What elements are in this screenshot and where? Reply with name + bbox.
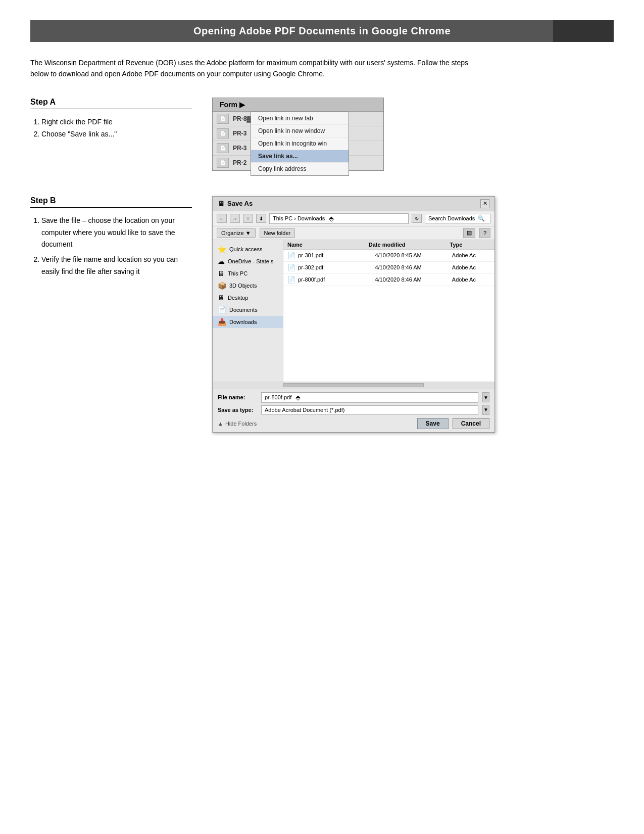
menu-item-open-incognito[interactable]: Open link in incognito win — [251, 137, 349, 150]
step-a-screenshot: Form ▶ 📄 PR-8▓▓ 📄 PR-3 � — [212, 98, 614, 171]
nav-path-icon: ⬘ — [329, 215, 334, 222]
savetype-dropdown-btn[interactable]: ▼ — [482, 405, 489, 415]
this-pc-icon: 🖥 — [218, 269, 225, 277]
nav-down-arrow-button[interactable]: ⬇ — [256, 214, 266, 223]
dialog-toolbar: Organize ▼ New folder ▤ ? — [213, 226, 494, 240]
file-name-1: pr-301.pdf — [298, 252, 375, 258]
scrollbar-area — [213, 382, 494, 389]
intro-text: The Wisconsin Department of Revenue (DOR… — [30, 57, 485, 80]
file-row-1[interactable]: 📄 pr-301.pdf 4/10/2020 8:45 AM Adobe Ac — [283, 250, 494, 262]
sidebar-onedrive[interactable]: ☁ OneDrive - State s — [213, 255, 283, 267]
action-buttons: Save Cancel — [417, 418, 489, 429]
hide-folders-arrow-icon: ▲ — [218, 421, 223, 427]
sidebar-this-pc-label: This PC — [228, 270, 247, 276]
header-title: Opening Adobe PDF Documents in Google Ch… — [193, 25, 451, 37]
sidebar-documents-label: Documents — [229, 307, 258, 313]
nav-up-button[interactable]: ↑ — [243, 214, 253, 223]
nav-refresh-button[interactable]: ↻ — [412, 214, 422, 223]
documents-icon: 📄 — [218, 306, 226, 314]
file-date-2: 4/10/2020 8:46 AM — [375, 264, 452, 270]
dialog-titlebar: 🖥 Save As ✕ — [213, 197, 494, 211]
help-button[interactable]: ? — [479, 228, 490, 238]
col-header-name: Name — [287, 242, 369, 248]
pdf-icon-3: 📄 — [217, 143, 229, 153]
step-a-heading: Step A — [30, 98, 192, 109]
3d-objects-icon: 📦 — [218, 282, 226, 290]
sidebar-onedrive-label: OneDrive - State s — [228, 258, 273, 264]
menu-item-copy-link[interactable]: Copy link address — [251, 163, 349, 175]
menu-item-open-new-window[interactable]: Open link in new window — [251, 125, 349, 137]
sidebar-desktop-label: Desktop — [228, 295, 248, 301]
sidebar-3d-objects-label: 3D Objects — [229, 283, 257, 289]
onedrive-icon: ☁ — [218, 257, 225, 265]
file-type-2: Adobe Ac — [452, 264, 490, 270]
sidebar-downloads-label: Downloads — [229, 319, 257, 325]
step-a-section: Step A Right click the PDF file Choose "… — [30, 98, 614, 171]
pdf-icon-1: 📄 — [217, 114, 229, 124]
filename-label: File name: — [218, 394, 258, 400]
save-as-dialog: 🖥 Save As ✕ ← → ↑ ⬇ This PC › Downloads … — [212, 196, 495, 433]
savetype-label: Save as type: — [218, 407, 258, 413]
step-b-heading: Step B — [30, 196, 192, 208]
sidebar-quick-access[interactable]: ⭐ Quick access — [213, 243, 283, 255]
step-b-left: Step B Save the file – choose the locati… — [30, 196, 192, 278]
dialog-title: 🖥 Save As — [218, 200, 253, 207]
nav-forward-button[interactable]: → — [230, 214, 240, 223]
new-folder-button[interactable]: New folder — [260, 228, 295, 238]
file-date-1: 4/10/2020 8:45 AM — [375, 252, 452, 258]
sidebar-this-pc[interactable]: 🖥 This PC — [213, 267, 283, 280]
sidebar-3d-objects[interactable]: 📦 3D Objects — [213, 280, 283, 292]
file-row-2[interactable]: 📄 pr-302.pdf 4/10/2020 8:46 AM Adobe Ac — [283, 262, 494, 274]
dialog-body: ⭐ Quick access ☁ OneDrive - State s 🖥 Th… — [213, 240, 494, 382]
sidebar-documents[interactable]: 📄 Documents — [213, 304, 283, 316]
filename-dropdown-btn[interactable]: ▼ — [482, 392, 489, 402]
cancel-button[interactable]: Cancel — [453, 418, 489, 429]
step-b-item-1: Save the file – choose the location on y… — [41, 215, 192, 251]
step-b-item-2: Verify the file name and location so you… — [41, 254, 192, 278]
step-a-list: Right click the PDF file Choose "Save li… — [30, 116, 192, 141]
step-b-screenshot: 🖥 Save As ✕ ← → ↑ ⬇ This PC › Downloads … — [212, 196, 614, 433]
ctx-header-row: Form ▶ — [213, 98, 383, 112]
right-click-popup-menu: Open link in new tab Open link in new wi… — [251, 112, 349, 176]
nav-path-bar[interactable]: This PC › Downloads ⬘ — [269, 213, 409, 224]
context-menu-screenshot: Form ▶ 📄 PR-8▓▓ 📄 PR-3 � — [212, 98, 384, 171]
col-header-type: Type — [450, 242, 490, 248]
filename-value: pr-800f.pdf — [265, 394, 291, 400]
sidebar-desktop[interactable]: 🖥 Desktop — [213, 292, 283, 304]
organize-button[interactable]: Organize ▼ — [217, 228, 256, 238]
hide-folders-label: Hide Folders — [225, 421, 257, 427]
ctx-row-label-2: PR-3 — [233, 130, 246, 137]
dialog-sidebar: ⭐ Quick access ☁ OneDrive - State s 🖥 Th… — [213, 240, 283, 382]
step-a-item-1: Right click the PDF file — [41, 116, 192, 128]
file-icon-1: 📄 — [287, 252, 295, 259]
quick-access-icon: ⭐ — [218, 245, 226, 253]
file-row-3[interactable]: 📄 pr-800f.pdf 4/10/2020 8:46 AM Adobe Ac — [283, 274, 494, 286]
savetype-row: Save as type: Adobe Acrobat Document (*.… — [218, 405, 489, 415]
menu-item-save-link-as[interactable]: Save link as... — [251, 150, 349, 163]
file-date-3: 4/10/2020 8:46 AM — [375, 276, 452, 283]
save-button[interactable]: Save — [417, 418, 449, 429]
downloads-icon: 📥 — [218, 318, 226, 326]
step-b-section: Step B Save the file – choose the locati… — [30, 196, 614, 433]
menu-item-open-new-tab[interactable]: Open link in new tab — [251, 112, 349, 125]
nav-search-input[interactable]: Search Downloads 🔍 — [425, 214, 490, 223]
nav-path-text: This PC › Downloads — [273, 215, 325, 221]
pdf-icon-2: 📄 — [217, 128, 229, 138]
step-a-item-2: Choose "Save link as..." — [41, 128, 192, 141]
desktop-icon: 🖥 — [218, 294, 225, 302]
page: Opening Adobe PDF Documents in Google Ch… — [0, 0, 644, 834]
dialog-close-button[interactable]: ✕ — [480, 199, 489, 208]
dialog-footer: File name: pr-800f.pdf ⬘ ▼ Save as type:… — [213, 389, 494, 432]
hide-folders-button[interactable]: ▲ Hide Folders — [218, 421, 257, 427]
pdf-icon-4: 📄 — [217, 158, 229, 168]
file-name-2: pr-302.pdf — [298, 264, 375, 270]
file-type-1: Adobe Ac — [452, 252, 490, 258]
nav-back-button[interactable]: ← — [217, 214, 227, 223]
filename-input[interactable]: pr-800f.pdf ⬘ — [261, 392, 478, 403]
header-dark-accent — [553, 20, 614, 42]
form-header-label: Form ▶ — [220, 101, 245, 109]
view-toggle-button[interactable]: ▤ — [463, 228, 475, 238]
savetype-select[interactable]: Adobe Acrobat Document (*.pdf) — [261, 405, 478, 414]
horizontal-scrollbar[interactable] — [283, 383, 424, 387]
sidebar-downloads[interactable]: 📥 Downloads — [213, 316, 283, 328]
